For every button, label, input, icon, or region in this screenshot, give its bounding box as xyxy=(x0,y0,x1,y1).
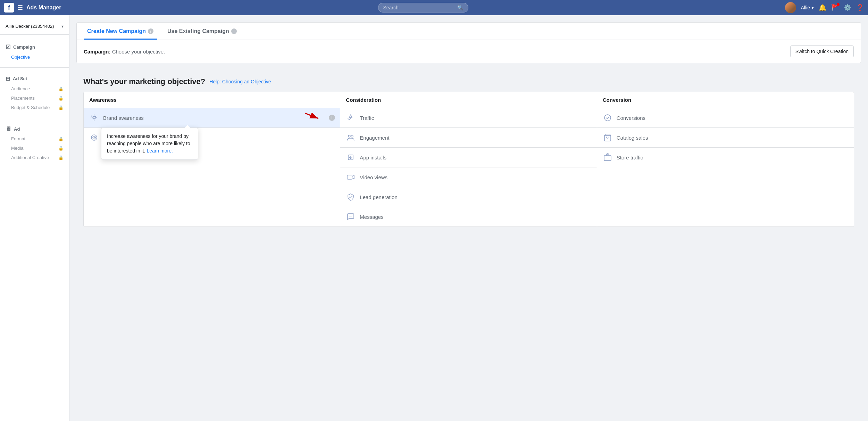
objective-item-video-views[interactable]: Video views xyxy=(340,167,596,187)
hamburger-menu[interactable]: ☰ xyxy=(17,4,23,11)
catalog-sales-label: Catalog sales xyxy=(617,135,648,141)
app-installs-icon xyxy=(346,152,356,162)
svg-point-9 xyxy=(350,216,351,216)
tab-use-existing[interactable]: Use Existing Campaign i xyxy=(164,23,240,40)
objective-item-catalog-sales[interactable]: Catalog sales xyxy=(597,128,854,148)
account-name: Allie Decker (23354402) xyxy=(6,24,61,29)
campaign-card: Create New Campaign i Use Existing Campa… xyxy=(76,22,861,63)
sidebar-item-format[interactable]: Format 🔒 xyxy=(0,134,69,143)
messages-label: Messages xyxy=(360,214,383,220)
objective-item-traffic[interactable]: Traffic xyxy=(340,108,596,128)
switch-to-quick-creation-button[interactable]: Switch to Quick Creation xyxy=(790,46,854,57)
objective-grid: Awareness Brand awareness i xyxy=(83,92,854,227)
objective-item-brand-awareness[interactable]: Brand awareness i xyxy=(84,108,340,128)
search-icon: 🔍 xyxy=(457,5,463,10)
campaign-objective-label: Campaign: Choose your objective. xyxy=(84,49,165,55)
objective-section: What's your marketing objective? Help: C… xyxy=(76,70,861,234)
notifications-icon[interactable]: 🔔 xyxy=(819,4,826,11)
sidebar-item-placements[interactable]: Placements 🔒 xyxy=(0,93,69,103)
help-icon[interactable]: ❓ xyxy=(856,4,864,11)
sidebar-section-adset-header: ⊞ Ad Set xyxy=(0,73,69,84)
tooltip-learn-more-link[interactable]: Learn more. xyxy=(147,148,173,154)
lock-icon-budget: 🔒 xyxy=(58,105,64,110)
svg-point-8 xyxy=(349,216,350,216)
reach-icon xyxy=(89,133,99,142)
brand-awareness-tooltip: Increase awareness for your brand by rea… xyxy=(101,127,198,160)
user-menu[interactable]: Allie ▾ xyxy=(801,5,814,10)
tooltip-arrow xyxy=(185,125,190,128)
ad-icon: 🖥 xyxy=(6,126,11,132)
svg-rect-12 xyxy=(604,156,611,160)
sidebar-item-audience[interactable]: Audience 🔒 xyxy=(0,84,69,93)
avatar[interactable] xyxy=(785,2,796,13)
brand-awareness-info-button[interactable]: i xyxy=(329,115,335,121)
objective-item-engagement[interactable]: Engagement xyxy=(340,128,596,148)
sidebar-objective-label: Objective xyxy=(11,55,30,60)
svg-point-0 xyxy=(93,117,95,119)
lead-generation-label: Lead generation xyxy=(360,194,397,200)
sidebar-divider-2 xyxy=(0,118,69,118)
sidebar-item-creative[interactable]: Additional Creative 🔒 xyxy=(0,153,69,162)
consideration-header: Consideration xyxy=(340,92,596,108)
svg-point-4 xyxy=(348,135,350,137)
notification-dot xyxy=(837,3,840,6)
tab-create-new-info[interactable]: i xyxy=(148,28,153,34)
help-choosing-objective-link[interactable]: Help: Choosing an Objective xyxy=(209,79,271,84)
conversions-icon xyxy=(603,113,612,123)
objective-item-lead-generation[interactable]: Lead generation xyxy=(340,187,596,207)
campaign-icon: ☑ xyxy=(6,44,10,50)
conversions-label: Conversions xyxy=(617,115,645,121)
brand-awareness-icon xyxy=(89,113,99,123)
sidebar-format-label: Format xyxy=(11,136,25,141)
brand-awareness-label: Brand awareness xyxy=(103,115,144,121)
video-views-icon xyxy=(346,172,356,182)
campaign-body: Campaign: Choose your objective. Switch … xyxy=(77,40,861,63)
sidebar-ad-label: Ad xyxy=(14,126,20,132)
sidebar-section-campaign: ☑ Campaign Objective xyxy=(0,39,69,65)
tab-use-existing-label: Use Existing Campaign xyxy=(167,28,229,34)
flag-icon[interactable]: 🚩 xyxy=(831,4,839,11)
svg-point-5 xyxy=(351,135,353,137)
lock-icon-format: 🔒 xyxy=(58,137,64,141)
objective-title: What's your marketing objective? Help: C… xyxy=(83,77,854,86)
facebook-logo: f xyxy=(4,3,14,13)
lock-icon-placements: 🔒 xyxy=(58,96,64,101)
engagement-label: Engagement xyxy=(360,135,389,141)
red-arrow xyxy=(302,112,323,125)
sidebar-item-media[interactable]: Media 🔒 xyxy=(0,143,69,153)
sidebar-item-objective[interactable]: Objective xyxy=(0,52,69,62)
app-installs-label: App installs xyxy=(360,155,386,160)
sidebar: Allie Decker (23354402) ▾ ☑ Campaign Obj… xyxy=(0,15,69,421)
lock-icon-media: 🔒 xyxy=(58,146,64,151)
objective-item-app-installs[interactable]: App installs xyxy=(340,148,596,167)
sidebar-section-campaign-header: ☑ Campaign xyxy=(0,42,69,52)
sidebar-section-ad: 🖥 Ad Format 🔒 Media 🔒 Additional Creativ… xyxy=(0,121,69,165)
tab-use-existing-info[interactable]: i xyxy=(231,28,237,34)
account-selector[interactable]: Allie Decker (23354402) ▾ xyxy=(0,21,69,35)
sidebar-divider-1 xyxy=(0,67,69,68)
search-input[interactable] xyxy=(383,5,454,10)
tab-create-new[interactable]: Create New Campaign i xyxy=(84,23,157,40)
sidebar-item-budget[interactable]: Budget & Schedule 🔒 xyxy=(0,103,69,112)
objective-item-conversions[interactable]: Conversions xyxy=(597,108,854,128)
lock-icon-creative: 🔒 xyxy=(58,155,64,160)
adset-icon: ⊞ xyxy=(6,75,10,82)
conversion-header: Conversion xyxy=(597,92,854,108)
awareness-column: Awareness Brand awareness i xyxy=(84,92,340,226)
lock-icon-audience: 🔒 xyxy=(58,86,64,91)
sidebar-media-label: Media xyxy=(11,146,23,151)
conversion-column: Conversion Conversions xyxy=(597,92,854,226)
campaign-tabs: Create New Campaign i Use Existing Campa… xyxy=(77,23,861,40)
catalog-sales-icon xyxy=(603,133,612,142)
sidebar-section-adset: ⊞ Ad Set Audience 🔒 Placements 🔒 Budget … xyxy=(0,71,69,115)
objective-item-messages[interactable]: Messages xyxy=(340,207,596,226)
store-traffic-label: Store traffic xyxy=(617,155,643,160)
objective-item-store-traffic[interactable]: Store traffic xyxy=(597,148,854,167)
account-chevron-icon: ▾ xyxy=(61,24,64,29)
settings-icon[interactable]: ⚙️ xyxy=(844,4,851,11)
sidebar-creative-label: Additional Creative xyxy=(11,155,49,160)
sidebar-audience-label: Audience xyxy=(11,86,30,91)
main-content: Create New Campaign i Use Existing Campa… xyxy=(69,15,868,421)
engagement-icon xyxy=(346,133,356,142)
awareness-header: Awareness xyxy=(84,92,340,108)
